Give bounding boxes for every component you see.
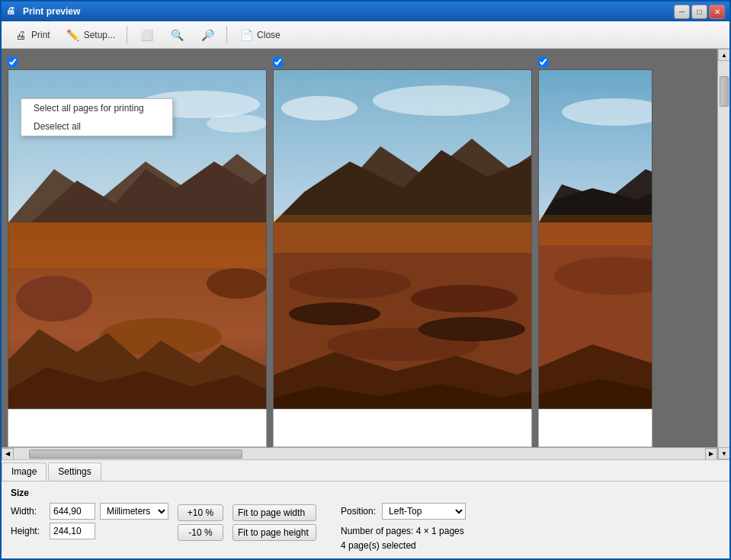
h-scrollbar-thumb[interactable] (29, 450, 242, 459)
page-2-bottom (273, 409, 532, 447)
fit-width-button[interactable]: Fit to page width (232, 504, 316, 521)
page-1-checkbox[interactable] (8, 57, 18, 67)
zoom-window-button[interactable]: ⬜ (132, 24, 161, 46)
width-row: Width: Millimeters Inches Pixels (11, 503, 168, 520)
scroll-right-button[interactable]: ▶ (705, 448, 717, 460)
close-icon: 📄 (239, 27, 254, 43)
v-scrollbar-thumb[interactable] (720, 76, 729, 107)
height-row: Height: (11, 523, 168, 539)
scroll-up-button[interactable]: ▲ (718, 49, 729, 61)
zoom-out-icon: 🔎 (200, 27, 215, 43)
title-bar-left: 🖨 Print preview (6, 5, 80, 18)
pct-buttons: +10 % -10 % (178, 504, 223, 541)
main-area: Select all pages for printing Deselect a… (2, 49, 729, 558)
svg-rect-26 (274, 215, 532, 253)
svg-point-9 (207, 268, 267, 299)
svg-point-7 (16, 276, 92, 322)
minus10-button[interactable]: -10 % (178, 524, 223, 541)
preview-viewport: Select all pages for printing Deselect a… (2, 49, 729, 459)
toolbar: 🖨 Print ✏️ Setup... ⬜ 🔍 🔎 📄 Close (2, 21, 729, 49)
tab-settings[interactable]: Settings (48, 462, 101, 481)
pages-selected: 4 page(s) selected (341, 539, 466, 553)
height-input[interactable] (50, 523, 95, 539)
scroll-left-button[interactable]: ◀ (2, 448, 14, 460)
zoom-window-icon: ⬜ (139, 27, 154, 43)
position-label: Position: (341, 506, 376, 517)
tab-image-content: Size Width: Millimeters Inches Pixels (2, 482, 729, 558)
page-2-frame (273, 69, 532, 409)
position-row: Position: Left-Top Center Left-Center Ri… (341, 503, 466, 520)
page-2-checkbox-row (273, 55, 532, 69)
height-label: Height: (11, 526, 45, 536)
page-2-image (274, 70, 532, 409)
page-3-bottom (538, 409, 652, 447)
print-button[interactable]: 🖨 Print (6, 24, 57, 46)
page-3-wrapper (538, 55, 652, 447)
page-1-bottom (8, 409, 267, 447)
preview-content: Select all pages for printing Deselect a… (2, 49, 717, 459)
svg-point-19 (289, 268, 411, 299)
title-bar-controls: ─ □ ✕ (674, 5, 725, 19)
h-scrollbar: ◀ ▶ (2, 447, 717, 459)
size-fields: Width: Millimeters Inches Pixels Height: (11, 503, 168, 539)
h-scrollbar-track (14, 448, 705, 460)
width-input[interactable] (50, 503, 95, 520)
toolbar-separator-1 (127, 26, 127, 44)
v-scrollbar: ▲ ▼ (717, 49, 729, 459)
context-menu-deselect-all[interactable]: Deselect all (21, 117, 172, 136)
maximize-button[interactable]: □ (691, 5, 707, 19)
controls-row: Width: Millimeters Inches Pixels Height: (11, 503, 720, 553)
window-close-button[interactable]: ✕ (709, 5, 725, 19)
svg-rect-36 (539, 215, 652, 245)
context-menu-select-all[interactable]: Select all pages for printing (21, 99, 172, 117)
zoom-in-button[interactable]: 🔍 (162, 24, 191, 46)
fit-height-button[interactable]: Fit to page height (232, 524, 316, 541)
tab-image[interactable]: Image (2, 462, 46, 481)
svg-point-23 (418, 317, 525, 341)
width-label: Width: (11, 506, 45, 517)
position-select[interactable]: Left-Top Center Left-Center Right-Top (382, 503, 466, 520)
preview-area: Select all pages for printing Deselect a… (2, 49, 729, 459)
pages-info: Number of pages: 4 × 1 pages 4 page(s) s… (341, 524, 466, 553)
print-icon: 🖨 (13, 27, 28, 43)
fit-buttons: Fit to page width Fit to page height (232, 504, 316, 541)
minimize-button[interactable]: ─ (674, 5, 690, 19)
setup-label: Setup... (84, 30, 115, 40)
main-window: 🖨 Print preview ─ □ ✕ 🖨 Print ✏️ Setup..… (0, 0, 731, 560)
svg-point-15 (373, 85, 510, 116)
title-bar: 🖨 Print preview ─ □ ✕ (2, 2, 729, 21)
close-label: Close (257, 30, 281, 40)
svg-point-22 (289, 302, 380, 325)
page-2-wrapper (273, 55, 532, 447)
page-3-frame (538, 69, 652, 409)
close-button[interactable]: 📄 Close (232, 24, 287, 46)
v-scrollbar-track (718, 61, 729, 447)
svg-point-14 (281, 96, 357, 120)
svg-rect-12 (8, 222, 267, 268)
window-title: Print preview (23, 6, 80, 17)
print-label: Print (31, 30, 50, 40)
page-3-image (539, 70, 652, 409)
position-section: Position: Left-Top Center Left-Center Ri… (341, 503, 466, 553)
zoom-out-button[interactable]: 🔎 (193, 24, 222, 46)
scroll-down-button[interactable]: ▼ (718, 447, 729, 459)
svg-point-20 (411, 285, 518, 312)
setup-icon: ✏️ (66, 27, 81, 43)
bottom-panel: Image Settings Size Width: Millimeters I (2, 459, 729, 558)
pages-count: Number of pages: 4 × 1 pages (341, 524, 466, 539)
size-label: Size (11, 488, 720, 498)
page-3-checkbox[interactable] (538, 57, 548, 67)
plus10-button[interactable]: +10 % (178, 504, 223, 521)
window-icon: 🖨 (6, 5, 18, 18)
tabs-row: Image Settings (2, 460, 729, 482)
page-1-checkbox-row (8, 55, 267, 69)
unit-select[interactable]: Millimeters Inches Pixels (100, 503, 168, 520)
zoom-in-icon: 🔍 (169, 27, 184, 43)
toolbar-separator-2 (226, 26, 227, 44)
page-2-checkbox[interactable] (273, 57, 283, 67)
svg-point-3 (207, 114, 267, 133)
context-menu: Select all pages for printing Deselect a… (21, 98, 173, 136)
page-3-checkbox-row (538, 55, 652, 69)
setup-button[interactable]: ✏️ Setup... (59, 24, 122, 46)
